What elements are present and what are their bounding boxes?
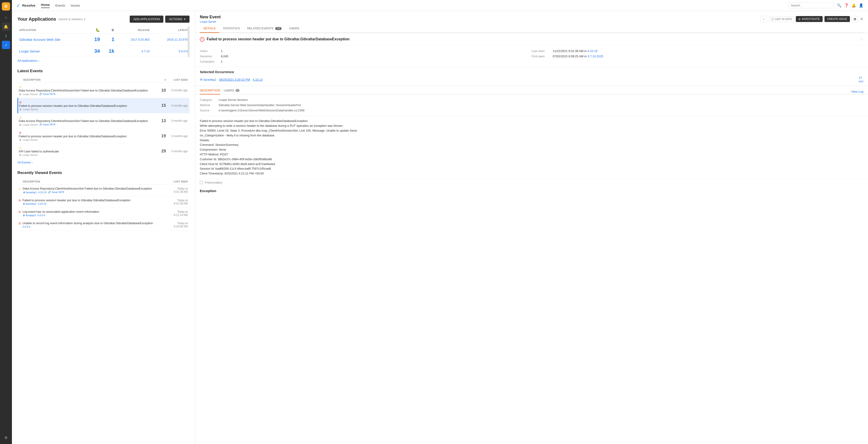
event-time-cell: 3 months ago (168, 83, 189, 98)
error-icon: ⊘ (18, 210, 21, 214)
profile-icon[interactable]: 👤 (859, 3, 863, 7)
event-count-cell: 19 (159, 128, 168, 144)
rv-desc-cell: ⊘ Unable to record log event information… (18, 219, 170, 231)
create-issue-button[interactable]: CREATE ISSUE (825, 16, 850, 22)
warn-icon: ⚠ (19, 85, 22, 89)
list-item[interactable]: ⚠ Data Access Repository.ClientHostSessi… (18, 184, 189, 196)
exception-section: Exception (195, 186, 868, 196)
app-release-link[interactable]: 4.7.10 (142, 50, 150, 53)
rv-version-link[interactable]: 4.10.19 (38, 202, 46, 205)
stat-computers: Computers 1 (200, 59, 532, 64)
sidebar-item-check[interactable]: ✓ (2, 41, 10, 49)
applications-header: Your Applications reports & statistics ▼… (18, 16, 189, 23)
error-icon: ⊘ (19, 100, 22, 104)
rv-issue-link[interactable]: 🔗 Issue 5679 (48, 191, 64, 194)
nav-home[interactable]: Home (41, 3, 50, 8)
view-log-link[interactable]: View Log (851, 90, 863, 93)
app-latest-link[interactable]: 2018.11.15.970 (167, 38, 188, 41)
preformatted-checkbox[interactable] (200, 181, 203, 184)
desc-tab-users[interactable]: USERS 0 (224, 89, 240, 94)
occurrence-count-link[interactable]: 27 occ (859, 76, 863, 83)
all-events-link[interactable]: All Events › (18, 161, 189, 164)
event-server-link[interactable]: Loupe Server (200, 20, 216, 23)
desc-tab-description[interactable]: DESCRIPTION (200, 89, 220, 94)
prev-button[interactable]: ‹ (761, 16, 767, 22)
latest-events-section: Latest Events DESCRIPTION # LAST SEEN ⚠ … (12, 69, 195, 171)
rv-version-link[interactable]: 4.10.19 (38, 191, 46, 194)
close-button[interactable]: ✕ (860, 17, 863, 22)
list-item[interactable]: ⚠ Data Access Repository.ClientHostSessi… (18, 113, 190, 128)
event-server: Loupe Server (23, 93, 38, 96)
nav-events[interactable]: Events (55, 4, 65, 7)
occurrence-section: Selected Occurrence 🖥 fazwebp2 08/25/202… (195, 67, 868, 86)
nav-issues[interactable]: Issues (70, 4, 80, 7)
list-item[interactable]: ⊘ Failed to process session header put d… (18, 128, 190, 144)
rv-desc-inner: Unable to record log event information d… (23, 221, 153, 228)
app-name-cell: Loupe Server (18, 46, 87, 57)
app-name-link[interactable]: Gibraltar Account Web Site (19, 38, 61, 41)
scroll-bar[interactable] (188, 26, 189, 57)
tab-details[interactable]: DETAILS (200, 24, 219, 33)
list-item[interactable]: ⊘ Failed to process session header put d… (18, 98, 190, 113)
notifications-icon[interactable]: 🔔 (851, 3, 856, 7)
help-icon[interactable]: ❓ (844, 3, 849, 7)
list-item[interactable]: ⚠ Data Access Repository.ClientHostSessi… (18, 83, 190, 98)
exception-title: Exception (200, 189, 863, 193)
rv-version-link[interactable]: 5.0.0.0 (37, 214, 45, 217)
event-description: Data Access Repository.ClientHostSession… (19, 89, 157, 92)
server-icon: 🖥 (19, 123, 21, 126)
tab-statistics[interactable]: STATISTICS (219, 24, 243, 33)
star-button[interactable]: ☆ (860, 37, 863, 42)
sidebar-item-home[interactable]: ⌂ (2, 13, 10, 22)
stat-users: Users 1 (200, 48, 532, 54)
rv-server-link[interactable]: 🖥 fazappp1 (23, 214, 36, 217)
issue-link[interactable]: 🔗 Issue 5679 (39, 123, 56, 126)
first-seen-version-link[interactable]: 3.7.10.2525 (588, 55, 603, 58)
server-icon: 🖥 (19, 108, 22, 111)
occurrence-count: 27 occ (859, 76, 863, 83)
tab-users[interactable]: USERS (285, 24, 303, 33)
split-layout: Your Applications reports & statistics ▼… (12, 11, 868, 444)
app-release-cell: 2017.9.25.802 (116, 34, 152, 46)
sidebar-item-info[interactable]: ℹ (2, 32, 10, 40)
list-item[interactable]: ⊘ Log event has no associated applicatio… (18, 208, 189, 219)
issue-link[interactable]: 🔗 Issue 5679 (39, 93, 56, 96)
rv-desc-cell: ⚠ Data Access Repository.ClientHostSessi… (18, 184, 170, 196)
occurrence-time-link[interactable]: 08/25/2021 3:29:32 PM (219, 78, 250, 81)
app-release-link[interactable]: 2017.9.25.802 (131, 38, 150, 41)
event-description: Failed to process session header put due… (19, 104, 157, 108)
app-monitors-count: 1 (112, 36, 114, 42)
sidebar-item-alert[interactable]: 🔔 (2, 23, 10, 31)
rv-version-link[interactable]: 5.0.0.0 (23, 225, 30, 228)
col-rv-desc: DESCRIPTION (18, 179, 170, 184)
rv-desc-inner: Log event has no associated application … (23, 210, 99, 217)
investigate-button[interactable]: ⊞ INVESTIGATE (796, 16, 823, 22)
error-icon: ⊘ (19, 131, 22, 135)
rv-server-link[interactable]: 🖥 fazwebp1 (23, 202, 36, 205)
sidebar-logo[interactable]: R (2, 2, 10, 10)
search-input[interactable] (788, 2, 834, 8)
topnav: ✓ Resolve Home Events Issues 🔍 ❓ 🔔 👤 (12, 0, 868, 11)
occurrence-version-link[interactable]: 4.10.13 (253, 78, 262, 81)
list-item[interactable]: ⊘ Unable to record log event information… (18, 219, 189, 231)
copy-button[interactable]: ⧉ (852, 16, 858, 22)
rv-desc-cell: ⊘ Failed to process session header put d… (18, 196, 170, 208)
search-icon[interactable]: 🔍 (837, 3, 841, 7)
rv-server-link[interactable]: 🖥 fazwebp1 (23, 191, 37, 194)
list-item[interactable]: ⊘ Failed to process session header put d… (18, 196, 189, 208)
app-latest-link[interactable]: 5.0.0.0 (179, 50, 188, 53)
occurrence-server-link[interactable]: 🖥 fazwebp2 (200, 78, 216, 81)
event-server: Loupe Server (23, 108, 38, 111)
sidebar-item-settings[interactable]: ⚙ (2, 434, 10, 442)
rv-desc-inner: Failed to process session header put due… (23, 199, 130, 205)
tab-related-events[interactable]: RELATED EVENTS 100 (243, 24, 285, 33)
list-item[interactable]: ⚠ API User failed to authenticate 🖥 Loup… (18, 144, 190, 159)
rv-description: Failed to process session header put due… (23, 199, 130, 202)
last-seen-version-link[interactable]: 4.10.19 (588, 49, 597, 53)
recently-viewed-header: Recently Viewed Events (18, 171, 189, 175)
actions-button[interactable]: ACTIONS ▼ (165, 16, 189, 23)
add-application-button[interactable]: ADD APPLICATION (130, 16, 163, 23)
event-desc-cell: ⊘ Failed to process session header put d… (18, 128, 159, 144)
app-name-link[interactable]: Loupe Server (19, 49, 40, 53)
all-applications-link[interactable]: All Applications › (18, 59, 189, 62)
